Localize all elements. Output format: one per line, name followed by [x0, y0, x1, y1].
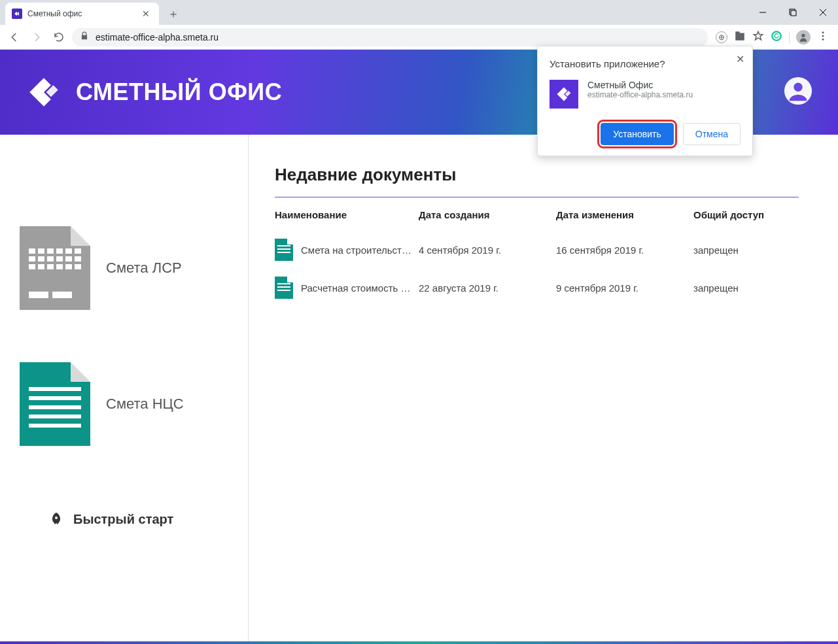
tab-favicon-icon	[12, 8, 22, 19]
toolbar-separator	[789, 31, 790, 43]
window-controls	[748, 0, 838, 25]
sidebar-item-smeta-ncs[interactable]: Смета НЦС	[20, 362, 184, 446]
col-name: Наименование	[275, 209, 419, 220]
window-minimize-button[interactable]	[748, 0, 778, 25]
lock-icon	[80, 31, 89, 42]
document-name: Расчетная стоимость …	[301, 282, 411, 294]
tab-title: Сметный офис	[27, 9, 139, 18]
popover-close-icon[interactable]: ✕	[736, 53, 744, 65]
window-maximize-button[interactable]	[778, 0, 808, 25]
nav-reload-button[interactable]	[50, 28, 68, 46]
col-modified: Дата изменения	[556, 209, 693, 220]
header-user[interactable]	[783, 76, 813, 109]
document-icon	[275, 277, 293, 299]
row-modified: 9 сентября 2019 г.	[556, 282, 693, 294]
sidebar-item-smeta-lsr[interactable]: Смета ЛСР	[20, 226, 182, 310]
quick-start-link[interactable]: Быстрый старт	[20, 511, 173, 527]
svg-point-8	[822, 35, 824, 37]
svg-point-5	[772, 31, 781, 41]
sidebar: Смета ЛСР Смета НЦС Быстрый старт	[0, 135, 249, 641]
grammarly-icon[interactable]	[771, 30, 782, 44]
profile-avatar-icon[interactable]	[796, 30, 811, 44]
row-name-cell: Смета на строительст…	[275, 239, 419, 261]
smeta-ncs-icon	[20, 362, 90, 446]
document-name: Смета на строительст…	[301, 245, 411, 256]
smeta-lsr-icon	[20, 226, 90, 310]
section-title: Недавние документы	[275, 165, 799, 185]
kebab-menu-icon[interactable]	[817, 30, 829, 44]
tab-close-icon[interactable]: ✕	[139, 8, 152, 19]
browser-tab-strip: Сметный офис ✕ ＋	[0, 0, 838, 25]
row-name-cell: Расчетная стоимость …	[275, 277, 419, 299]
section-divider	[275, 197, 799, 197]
popover-app-info: Сметный Офис estimate-office-alpha.smeta…	[550, 80, 741, 109]
cancel-button[interactable]: Отмена	[683, 123, 741, 145]
sidebar-item-label: Смета ЛСР	[106, 260, 182, 277]
popover-app-url: estimate-office-alpha.smeta.ru	[587, 90, 693, 99]
documents-table: Наименование Дата создания Дата изменени…	[275, 209, 799, 307]
table-row[interactable]: Расчетная стоимость … 22 августа 2019 г.…	[275, 269, 799, 307]
address-bar[interactable]: estimate-office-alpha.smeta.ru	[72, 28, 708, 46]
window-close-button[interactable]	[808, 0, 838, 25]
footer-accent	[0, 641, 838, 644]
row-created: 4 сентября 2019 г.	[419, 245, 556, 256]
svg-point-6	[801, 33, 805, 37]
row-access: запрещен	[693, 282, 799, 294]
popover-app-icon	[550, 80, 578, 109]
install-button-label: Установить	[613, 129, 661, 139]
bookmark-star-icon[interactable]	[752, 30, 764, 44]
install-button[interactable]: Установить	[601, 123, 673, 145]
popover-actions: Установить Отмена	[550, 123, 741, 145]
sidebar-item-label: Смета НЦС	[106, 396, 184, 413]
nav-forward-button[interactable]	[27, 28, 46, 46]
svg-rect-2	[791, 10, 796, 16]
main-content: Недавние документы Наименование Дата соз…	[249, 135, 838, 641]
row-created: 22 августа 2019 г.	[419, 282, 556, 294]
svg-point-9	[822, 38, 824, 40]
table-row[interactable]: Смета на строительст… 4 сентября 2019 г.…	[275, 231, 799, 269]
app-title: СМЕТНЫЙ ОФИС	[76, 78, 282, 106]
table-header-row: Наименование Дата создания Дата изменени…	[275, 209, 799, 231]
user-avatar-icon	[783, 76, 813, 106]
app-logo-icon	[25, 73, 63, 111]
row-modified: 16 сентября 2019 г.	[556, 245, 693, 256]
document-icon	[275, 239, 293, 261]
row-access: запрещен	[693, 245, 799, 256]
browser-tab[interactable]: Сметный офис ✕	[5, 3, 159, 25]
popover-app-name: Сметный Офис	[587, 80, 693, 90]
install-app-popover: ✕ Установить приложение? Сметный Офис es…	[537, 46, 753, 156]
popover-title: Установить приложение?	[550, 58, 741, 69]
cancel-button-label: Отмена	[695, 129, 728, 139]
url-text: estimate-office-alpha.smeta.ru	[96, 32, 218, 42]
col-access: Общий доступ	[693, 209, 799, 220]
app-logo[interactable]: СМЕТНЫЙ ОФИС	[25, 73, 282, 111]
svg-point-7	[822, 31, 824, 33]
rocket-icon	[48, 511, 64, 527]
nav-back-button[interactable]	[5, 28, 24, 46]
svg-point-11	[794, 83, 802, 92]
quick-start-label: Быстрый старт	[73, 512, 173, 527]
toolbar-extensions: ⊕	[712, 30, 833, 44]
new-tab-button[interactable]: ＋	[164, 5, 183, 23]
install-app-icon[interactable]: ⊕	[716, 31, 727, 43]
col-created: Дата создания	[419, 209, 556, 220]
translate-icon[interactable]	[734, 30, 746, 44]
